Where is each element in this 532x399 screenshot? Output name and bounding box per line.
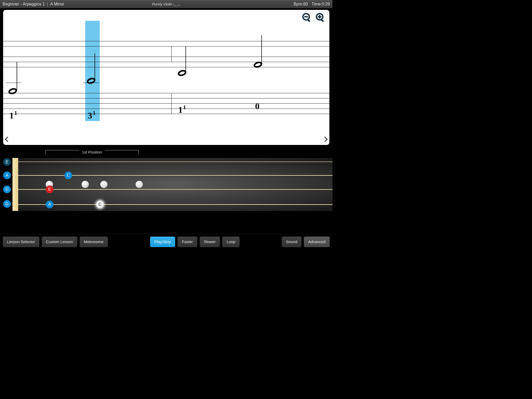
chevron-left-icon [4,137,8,142]
bpm-readout: Bpm:60 [294,2,308,6]
current-note-highlight [85,21,100,121]
staff-line [3,46,329,46]
brand-logo: Purely Violin [152,2,181,6]
staff-area: 11 31 11 0 [3,41,329,129]
fingering-label: 11 [9,111,17,121]
tab-line [3,103,329,104]
position-bracket: 1st Position [45,150,139,154]
fret-marker-dot [82,181,89,188]
tab-line [3,93,329,93]
fret-marker-dot [100,181,108,188]
zoom-out-button[interactable] [301,12,313,23]
string-g [18,204,332,205]
tab-line [3,98,329,98]
tab-line [3,114,329,114]
open-string-d[interactable]: D [3,185,11,193]
fret-marker-dot [136,181,143,188]
bottom-toolbar: Lesson Selector Custom Lesson Metronome … [0,234,332,249]
note-stem [261,35,262,64]
nut [12,158,18,211]
fret-note-c[interactable]: C [64,171,72,179]
staff-line [3,57,329,57]
score-prev-button[interactable] [4,136,9,142]
tab-line [3,109,329,109]
position-label: 1st Position [79,150,105,154]
open-string-g[interactable]: G [3,200,11,208]
note-stem [17,62,17,91]
time-readout: Time:0:29 [311,2,330,6]
note-stem [185,46,186,73]
fret-note-a[interactable]: A [46,201,54,208]
slower-button[interactable]: Slower [200,236,220,247]
top-bar: Beginner - Arpeggios 1 | A Minor Purely … [0,0,332,8]
chevron-right-icon [324,137,328,142]
string-e [18,162,332,162]
brand-text: Purely Violin [152,2,172,6]
string-d [18,189,332,190]
staff-line [3,62,329,62]
fingering-label: 11 [178,105,185,115]
zoom-in-button[interactable] [315,12,326,23]
note-stem [95,54,95,81]
zoom-in-icon [315,12,326,23]
svg-rect-1 [304,16,308,17]
lesson-key: A Minor [50,2,64,6]
zoom-out-icon [302,12,312,23]
staff-line [3,41,329,41]
barline [171,46,172,62]
advanced-button[interactable]: Advanced [304,236,330,247]
title-separator: | [47,2,48,6]
sound-button[interactable]: Sound [282,236,302,247]
loop-button[interactable]: Loop [222,236,240,247]
barline [171,93,172,114]
ledger-line [6,83,21,83]
fingering-label: 0 [255,101,260,111]
note-head [8,87,18,95]
fingering-label: 31 [88,111,95,121]
fret-note-e[interactable]: E [46,185,54,193]
open-string-a[interactable]: A [3,171,11,179]
open-string-e[interactable]: E [3,158,11,166]
fretboard[interactable]: C E A C [18,158,332,211]
faster-button[interactable]: Faster [177,236,197,247]
violin-icon [173,2,181,6]
custom-lesson-button[interactable]: Custom Lesson [42,236,77,247]
metronome-button[interactable]: Metronome [79,236,108,247]
lesson-selector-button[interactable]: Lesson Selector [3,236,39,247]
lesson-title: Beginner - Arpeggios 1 [3,2,45,6]
fret-note-c-active[interactable]: C [96,201,104,208]
svg-rect-5 [319,15,320,19]
staff-line [3,67,329,67]
play-stop-button[interactable]: Play/Stop [150,236,175,247]
score-panel: 11 31 11 0 [3,10,329,145]
fretboard-panel: 1st Position E A D G C E A C [0,148,332,225]
score-next-button[interactable] [324,136,329,142]
